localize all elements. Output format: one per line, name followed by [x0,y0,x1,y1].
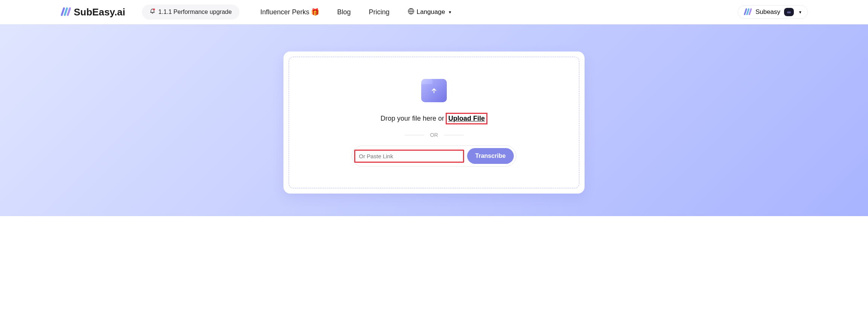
user-badge: ∞ [784,8,794,16]
transcribe-button[interactable]: Transcribe [467,148,514,164]
chevron-down-icon: ▼ [798,10,802,14]
announcement-text: 1.1.1 Performance upgrade [158,9,232,15]
hero-section: Drop your file here or Upload File OR Tr… [0,24,868,216]
user-name: Subeasy [755,8,780,16]
svg-point-0 [153,9,155,11]
drop-text-row: Drop your file here or Upload File [381,113,487,124]
paste-section: Transcribe [352,145,517,167]
upload-file-highlight: Upload File [446,113,487,124]
globe-icon [408,8,414,17]
upload-dropzone[interactable]: Drop your file here or Upload File OR Tr… [289,57,579,188]
nav-influencer[interactable]: Influencer Perks 🎁 [260,8,319,16]
or-divider: OR [405,132,464,138]
header: SubEasy.ai 1.1.1 Performance upgrade Inf… [0,0,868,24]
logo-text: SubEasy.ai [74,6,125,18]
upload-file-link[interactable]: Upload File [448,115,485,122]
drop-text-prefix: Drop your file here or [381,115,444,123]
or-text: OR [430,132,438,138]
nav-links: Influencer Perks 🎁 Blog Pricing Language… [260,8,452,17]
chevron-down-icon: ▼ [448,10,452,14]
bell-icon [149,8,155,16]
nav-pricing[interactable]: Pricing [369,8,390,16]
nav-blog[interactable]: Blog [337,8,351,16]
gift-icon: 🎁 [311,8,319,16]
upload-card: Drop your file here or Upload File OR Tr… [283,51,585,194]
user-logo-icon [743,8,752,16]
announcement-pill[interactable]: 1.1.1 Performance upgrade [142,5,239,20]
language-label: Language [417,8,445,16]
user-menu[interactable]: Subeasy ∞ ▼ [738,5,808,19]
upload-folder-icon [421,79,447,102]
logo-icon [60,7,71,17]
logo[interactable]: SubEasy.ai [60,6,125,18]
language-selector[interactable]: Language ▼ [408,8,452,17]
paste-link-input[interactable] [354,150,464,163]
